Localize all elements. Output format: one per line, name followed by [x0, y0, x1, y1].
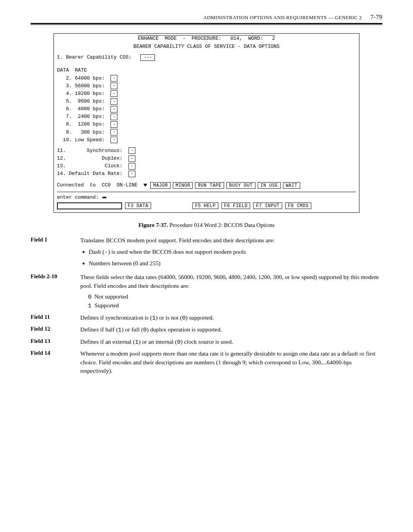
figure-caption-text: Procedure 014 Word 2: BCCOS Data Options [169, 222, 275, 228]
def-field14-body: Whenever a modem pool supports more than… [80, 349, 382, 375]
def-field11-label: Field 11 [31, 313, 80, 320]
def-fields2-10-label: Fields 2-10 [31, 273, 80, 280]
rate-label: 9600 bps: [75, 98, 105, 105]
extra-index: 12. [57, 155, 69, 162]
fkey-button[interactable]: F5 HELP [192, 202, 218, 209]
command-divider [57, 192, 356, 192]
rate-index: 10. [57, 136, 75, 144]
status-prefix: Connected to CC0 ON-LINE [57, 181, 140, 189]
fkey-button[interactable]: F7 INPUT [253, 202, 282, 209]
terminal-mode-line: ENHANCE MODE - PROCEDURE: 014, WORD: 2 [57, 34, 356, 42]
page-number: 7-79 [363, 14, 382, 21]
figure-label: Figure 7-37. [138, 222, 168, 228]
def-field13-label: Field 13 [31, 338, 80, 344]
fkey-button[interactable]: F8 CMDS [285, 202, 311, 209]
def-field13-body: Defines if an external (1) or an interna… [80, 338, 382, 346]
rate-label: 4800 bps: [75, 105, 105, 113]
online-marker-icon [143, 184, 147, 187]
extra-value[interactable]: - [128, 171, 135, 177]
extra-field-row: 12. Duplex: - [57, 155, 356, 162]
extra-field-row: 13. Clock: - [57, 162, 356, 170]
field-1-value[interactable]: --- [140, 54, 155, 61]
rate-index: 7. [57, 113, 75, 121]
terminal-window: ENHANCE MODE - PROCEDURE: 014, WORD: 2 B… [54, 33, 359, 213]
data-rate-row: 9. 300 bps: - [57, 129, 356, 136]
data-rate-row: 2. 64000 bps: - [57, 75, 356, 82]
status-indicator: BUSY OUT [226, 182, 255, 189]
rate-value[interactable]: - [111, 98, 117, 105]
cursor-icon [102, 197, 106, 198]
field-1-label: 1. Bearer Capability COS: [57, 54, 132, 61]
rate-value[interactable]: - [111, 75, 117, 82]
rate-value[interactable]: - [111, 114, 117, 120]
command-input[interactable] [57, 202, 122, 209]
extra-value[interactable]: - [128, 163, 135, 170]
def-field1-label: Field 1 [31, 236, 80, 243]
status-indicator: RUN TAPE [195, 182, 224, 189]
running-head: ADMINISTRATION OPTIONS AND REQUIREMENTS … [31, 14, 382, 21]
data-rate-row: 7. 2400 bps: - [57, 113, 356, 121]
def-field1-body: Translates BCCOS modem pool support. Fie… [80, 236, 382, 270]
rate-label: 2400 bps: [75, 113, 105, 121]
data-rate-heading: DATA RATE [57, 67, 356, 74]
extra-field-row: 11. Synchronous: - [57, 147, 356, 155]
rate-label: 1200 bps: [75, 121, 105, 128]
rate-label: 19200 bps: [75, 90, 105, 98]
def-field11-body: Defines if synchronization is (1) or is … [80, 313, 382, 322]
rate-value[interactable]: - [111, 83, 117, 89]
enter-command-label: enter command: [57, 194, 99, 201]
data-rate-row: 3. 56000 bps: - [57, 82, 356, 90]
extra-label: Clock: [69, 162, 122, 170]
rate-index: 2. [57, 75, 75, 82]
fkey-button[interactable]: F3 DATA [125, 202, 151, 209]
data-rate-row: 4. 19200 bps: - [57, 90, 356, 98]
def-field12-body: Defines if half (1) or full (0) duplex o… [80, 325, 382, 334]
status-indicator: WAIT [283, 182, 300, 189]
extra-value[interactable]: - [128, 147, 135, 154]
data-rate-row: 10. Low Speed: - [57, 136, 356, 144]
extra-index: 14. [57, 170, 69, 178]
rate-index: 5. [57, 98, 75, 105]
rate-label: Low Speed: [75, 136, 105, 144]
data-rate-row: 8. 1200 bps: - [57, 121, 356, 128]
field-1-row: 1. Bearer Capability COS: --- [57, 54, 356, 61]
rate-index: 3. [57, 82, 75, 90]
rate-value[interactable]: - [111, 137, 117, 143]
rate-label: 300 bps: [75, 129, 105, 136]
status-indicator: MINOR [173, 182, 193, 189]
data-rate-row: 6. 4800 bps: - [57, 105, 356, 113]
data-rate-row: 5. 9600 bps: - [57, 98, 356, 105]
rate-label: 56000 bps: [75, 82, 105, 90]
rate-index: 9. [57, 129, 75, 136]
extra-index: 11. [57, 147, 69, 155]
status-indicator: MAJOR [150, 182, 171, 189]
figure-caption: Figure 7-37. Procedure 014 Word 2: BCCOS… [31, 222, 382, 228]
header-rule [31, 23, 382, 25]
terminal-subtitle: BEARER CAPABILITY CLASS OF SERVICE - DAT… [57, 43, 356, 51]
extra-value[interactable]: - [128, 155, 135, 162]
rate-value[interactable]: - [111, 129, 117, 135]
fkey-button[interactable]: F6 FIELD [221, 202, 250, 209]
def-field14-label: Field 14 [31, 349, 80, 356]
extra-field-row: 14. Default Data Rate: - [57, 170, 356, 178]
rate-index: 4. [57, 90, 75, 98]
def-fields2-10-body: These fields select the data rates (6400… [80, 273, 382, 310]
rate-value[interactable]: - [111, 106, 117, 113]
extra-label: Synchronous: [69, 147, 122, 155]
fkey-gap [154, 202, 189, 209]
extra-label: Duplex: [69, 155, 122, 162]
rate-index: 6. [57, 105, 75, 113]
extra-label: Default Data Rate: [69, 170, 122, 178]
def-field12-label: Field 12 [31, 325, 80, 332]
status-row: Connected to CC0 ON-LINE MAJORMINORRUN T… [57, 181, 356, 189]
rate-value[interactable]: - [111, 90, 117, 97]
rate-label: 64000 bps: [75, 75, 105, 82]
rate-index: 8. [57, 121, 75, 128]
running-title: ADMINISTRATION OPTIONS AND REQUIREMENTS … [203, 15, 362, 20]
status-indicator: IN USE [258, 182, 281, 189]
rate-value[interactable]: - [111, 121, 117, 128]
extra-index: 13. [57, 162, 69, 170]
